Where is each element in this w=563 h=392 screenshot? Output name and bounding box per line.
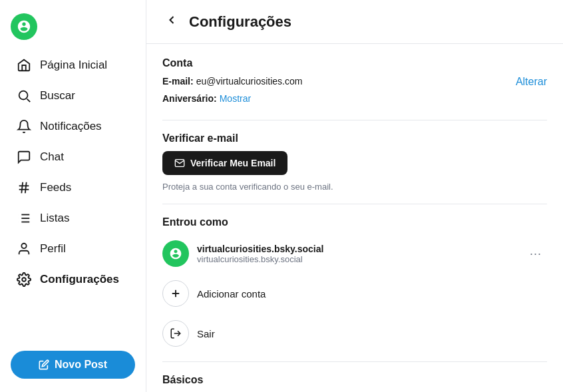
email-label: E-mail: xyxy=(162,76,194,87)
email-icon xyxy=(174,158,185,168)
sidebar-item-chat[interactable]: Chat xyxy=(5,142,140,172)
entrou-section: Entrou como virtualcuriosities.bsky.soci… xyxy=(162,216,547,349)
svg-line-1 xyxy=(27,99,31,102)
new-post-label: Novo Post xyxy=(55,359,107,371)
back-icon xyxy=(165,13,178,27)
svg-line-4 xyxy=(21,182,23,194)
account-handle-sub: virtualcuriosities.bsky.social xyxy=(197,254,516,264)
conta-section: Conta E-mail: eu@virtualcuriosities.com … xyxy=(162,57,547,108)
edit-icon xyxy=(39,359,49,370)
back-button[interactable] xyxy=(162,11,181,33)
user-avatar[interactable] xyxy=(11,13,37,40)
sidebar-item-notifications-label: Notificações xyxy=(40,120,102,133)
sidebar-item-home[interactable]: Página Inicial xyxy=(5,51,140,80)
sidebar-item-settings[interactable]: Configurações xyxy=(5,265,140,294)
verify-email-button[interactable]: Verificar Meu Email xyxy=(162,151,287,175)
search-icon xyxy=(16,88,32,104)
sidebar-item-notifications[interactable]: Notificações xyxy=(5,112,140,141)
more-options-button[interactable]: ··· xyxy=(524,244,547,264)
svg-point-12 xyxy=(21,244,26,248)
page-title: Configurações xyxy=(189,13,291,31)
at-icon xyxy=(17,19,31,34)
gear-icon xyxy=(16,272,32,288)
main-header: Configurações xyxy=(146,0,563,44)
conta-info: E-mail: eu@virtualcuriosities.com Aniver… xyxy=(162,76,302,108)
account-info: virtualcuriosities.bsky.social virtualcu… xyxy=(197,244,516,264)
new-post-button[interactable]: Novo Post xyxy=(11,351,135,379)
account-at-icon xyxy=(169,247,182,260)
sidebar: Página Inicial Buscar Notificações xyxy=(0,0,146,392)
sidebar-item-lists-label: Listas xyxy=(40,212,69,225)
sidebar-item-feeds[interactable]: Feeds xyxy=(5,173,140,202)
email-value: eu@virtualcuriosities.com xyxy=(196,76,303,87)
sidebar-item-chat-label: Chat xyxy=(40,150,64,164)
sidebar-item-lists[interactable]: Listas xyxy=(5,204,140,233)
sidebar-item-search-label: Buscar xyxy=(40,89,75,102)
verify-button-label: Verificar Meu Email xyxy=(190,158,276,168)
sidebar-item-profile-label: Perfil xyxy=(40,242,66,256)
sair-row[interactable]: Sair xyxy=(162,317,547,349)
main-panel: Configurações Conta E-mail: eu@virtualcu… xyxy=(146,0,563,392)
svg-point-13 xyxy=(22,278,26,282)
sair-icon-circle xyxy=(162,320,189,347)
basicos-section-title: Básicos xyxy=(162,374,547,386)
divider-3 xyxy=(162,361,547,362)
aniversario-label: Aniversário: xyxy=(162,93,217,104)
sidebar-item-home-label: Página Inicial xyxy=(40,59,107,72)
chat-icon xyxy=(16,149,32,165)
sidebar-item-settings-label: Configurações xyxy=(40,273,119,286)
svg-line-5 xyxy=(25,182,27,194)
sidebar-item-search[interactable]: Buscar xyxy=(5,81,140,110)
home-icon xyxy=(16,57,32,73)
account-avatar xyxy=(162,240,189,267)
divider-2 xyxy=(162,204,547,204)
sidebar-nav: Página Inicial Buscar Notificações xyxy=(0,51,146,340)
hash-icon xyxy=(16,180,32,196)
verify-section: Verificar e-mail Verificar Meu Email Pro… xyxy=(162,132,547,192)
aniversario-link[interactable]: Mostrar xyxy=(220,93,251,104)
sair-label: Sair xyxy=(197,328,215,339)
verify-section-title: Verificar e-mail xyxy=(162,132,547,144)
account-handle-main: virtualcuriosities.bsky.social xyxy=(197,244,516,254)
alterar-link[interactable]: Alterar xyxy=(516,76,547,88)
account-row[interactable]: virtualcuriosities.bsky.social virtualcu… xyxy=(162,238,547,270)
sidebar-item-feeds-label: Feeds xyxy=(40,181,71,194)
svg-point-0 xyxy=(19,91,28,100)
plus-icon xyxy=(170,288,182,299)
logout-icon xyxy=(170,327,182,339)
basicos-section: Básicos Acessibilidade xyxy=(162,374,547,392)
settings-content: Conta E-mail: eu@virtualcuriosities.com … xyxy=(146,44,563,392)
add-account-label: Adicionar conta xyxy=(197,288,266,299)
bell-icon xyxy=(16,118,32,134)
aniversario-row: Aniversário: Mostrar xyxy=(162,93,302,104)
add-account-row[interactable]: Adicionar conta xyxy=(162,278,547,309)
conta-section-title: Conta xyxy=(162,57,547,69)
person-icon xyxy=(16,241,32,257)
add-account-icon-circle xyxy=(162,280,189,307)
entrou-section-title: Entrou como xyxy=(162,216,547,228)
conta-email-row: E-mail: eu@virtualcuriosities.com Aniver… xyxy=(162,76,547,108)
sidebar-item-profile[interactable]: Perfil xyxy=(5,234,140,264)
list-icon xyxy=(16,210,32,226)
email-row: E-mail: eu@virtualcuriosities.com xyxy=(162,76,302,87)
divider-1 xyxy=(162,120,547,120)
verify-description: Proteja a sua conta verificando o seu e-… xyxy=(162,182,547,192)
